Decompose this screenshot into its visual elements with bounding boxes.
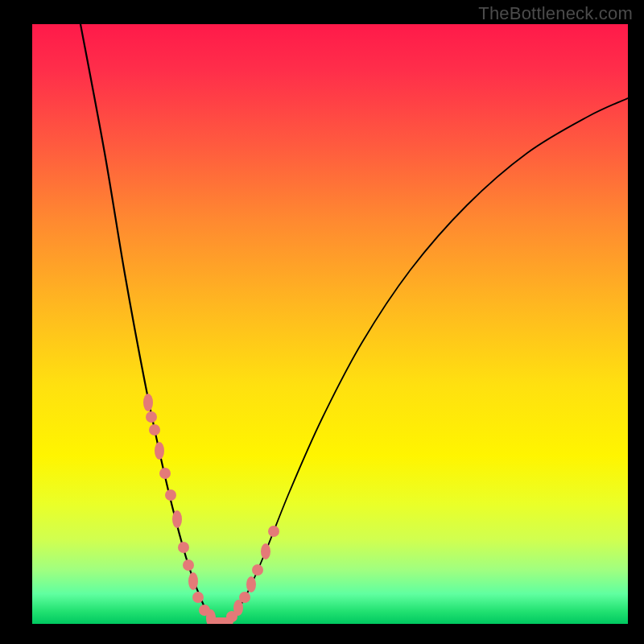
data-cluster bbox=[209, 617, 233, 624]
plot-area bbox=[32, 24, 628, 624]
bottleneck-curve-left bbox=[80, 24, 219, 624]
data-point bbox=[165, 489, 176, 501]
data-cluster bbox=[155, 442, 164, 460]
data-point bbox=[183, 559, 194, 571]
data-point bbox=[252, 564, 263, 576]
data-point bbox=[159, 468, 171, 479]
data-cluster bbox=[172, 510, 182, 528]
data-cluster bbox=[246, 576, 256, 592]
data-point bbox=[146, 411, 157, 423]
bottleneck-curve-right bbox=[219, 98, 628, 624]
data-point bbox=[268, 526, 279, 537]
data-point bbox=[149, 424, 160, 436]
chart-frame: TheBottleneck.com bbox=[0, 0, 644, 644]
watermark-text: TheBottleneck.com bbox=[478, 3, 633, 24]
curve-layer bbox=[32, 24, 628, 624]
data-point bbox=[192, 592, 204, 603]
data-cluster bbox=[261, 543, 270, 559]
data-cluster bbox=[188, 572, 198, 590]
data-point bbox=[178, 542, 189, 553]
data-cluster bbox=[143, 394, 153, 411]
data-markers bbox=[143, 394, 279, 624]
